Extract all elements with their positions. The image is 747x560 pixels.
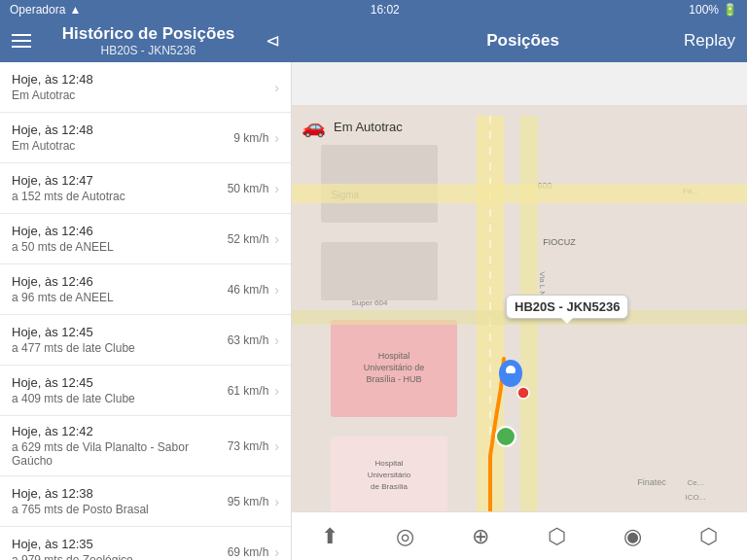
svg-text:Super 604: Super 604	[352, 298, 388, 307]
svg-text:Hospital: Hospital	[378, 351, 410, 361]
menu-button[interactable]	[12, 34, 31, 48]
map-notification: 🚗 Em Autotrac	[302, 115, 737, 138]
list-item-location: a 152 mts de Autotrac	[12, 190, 228, 203]
share-icon[interactable]: ⬆	[321, 524, 338, 549]
list-item-content: Hoje, às 12:47 a 152 mts de Autotrac	[12, 173, 228, 203]
list-item-location: a 50 mts de ANEEL	[12, 240, 228, 254]
battery-label: 100%	[689, 3, 719, 17]
add-icon[interactable]: ⊕	[472, 524, 489, 549]
list-item-right: 46 km/h ›	[228, 282, 279, 298]
map-type-icon[interactable]: ⬡	[548, 524, 566, 549]
list-item-location: Em Autotrac	[12, 88, 274, 102]
list-item-content: Hoje, às 12:35 a 979 mts de Zoológico	[12, 537, 228, 560]
chevron-right-icon: ›	[274, 438, 279, 454]
list-item[interactable]: Hoje, às 12:42 a 629 mts de Vila Planalt…	[0, 416, 291, 476]
svg-text:FIOCUZ: FIOCUZ	[543, 237, 576, 247]
map-background[interactable]: Hospital Universitário de Brasília - HUB…	[292, 105, 747, 560]
left-header: Histórico de Posições HB20S - JKN5236 ⊲	[0, 19, 292, 62]
chevron-right-icon: ›	[274, 282, 279, 298]
main-content: Hoje, às 12:48 Em Autotrac › Hoje, às 12…	[0, 62, 747, 560]
carrier-label: Operadora	[10, 3, 65, 17]
header-center: Histórico de Posições HB20S - JKN5236	[31, 24, 266, 57]
svg-point-32	[517, 387, 529, 399]
svg-text:ICO...: ICO...	[686, 493, 706, 502]
svg-text:Universitário: Universitário	[368, 471, 411, 479]
list-item-speed: 52 km/h	[228, 232, 269, 246]
list-item[interactable]: Hoje, às 12:46 a 96 mts de ANEEL 46 km/h…	[0, 264, 291, 315]
list-item-time: Hoje, às 12:48	[12, 72, 274, 87]
list-item-speed: 9 km/h	[233, 131, 268, 145]
list-item-content: Hoje, às 12:46 a 50 mts de ANEEL	[12, 224, 228, 254]
chevron-right-icon: ›	[274, 80, 279, 95]
list-item[interactable]: Hoje, às 12:48 Em Autotrac 9 km/h ›	[0, 113, 291, 163]
header-right: ⊲	[266, 30, 280, 52]
right-header: Posições Replay	[292, 19, 747, 62]
pin-icon[interactable]: ◉	[623, 524, 642, 549]
list-item[interactable]: Hoje, às 12:45 a 477 mts de late Clube 6…	[0, 315, 291, 366]
list-item-right: 9 km/h ›	[233, 130, 279, 146]
status-left: Operadora ▲	[10, 3, 81, 17]
right-panel: 🚗 Em Autotrac Hospital Universitário de …	[292, 62, 747, 560]
list-item-content: Hoje, às 12:45 a 477 mts de late Clube	[12, 325, 228, 355]
list-item-right: 61 km/h ›	[228, 383, 279, 399]
svg-rect-2	[321, 242, 438, 300]
location-icon[interactable]: ◎	[396, 524, 414, 549]
map-toolbar: ⬆ ◎ ⊕ ⬡ ◉ ⬡	[292, 511, 747, 560]
list-item-location: a 629 mts de Vila Planalto - Sabor Gaúch…	[12, 440, 228, 468]
svg-text:Brasília - HUB: Brasília - HUB	[366, 374, 421, 384]
list-item-location: a 765 mts de Posto Brasal	[12, 503, 228, 516]
left-panel: Hoje, às 12:48 Em Autotrac › Hoje, às 12…	[0, 62, 292, 560]
list-item[interactable]: Hoje, às 12:48 Em Autotrac ›	[0, 62, 291, 113]
export-icon[interactable]: ⬡	[699, 524, 718, 549]
map-svg: Hospital Universitário de Brasília - HUB…	[292, 105, 747, 560]
list-item-speed: 69 km/h	[228, 545, 269, 559]
list-item-content: Hoje, às 12:48 Em Autotrac	[12, 122, 233, 153]
list-item-content: Hoje, às 12:42 a 629 mts de Vila Planalt…	[12, 424, 228, 468]
status-right: 100% 🔋	[689, 3, 737, 17]
list-item-location: a 409 mts de late Clube	[12, 392, 228, 405]
notification-car-icon: 🚗	[302, 115, 326, 138]
filter-icon[interactable]: ⊲	[266, 30, 280, 52]
header-subtitle: HB20S - JKN5236	[31, 44, 266, 57]
map-header-title-container: Posições	[362, 31, 684, 51]
replay-button[interactable]: Replay	[684, 31, 735, 51]
map-title: Posições	[362, 31, 684, 51]
list-item-time: Hoje, às 12:46	[12, 224, 228, 238]
list-item-right: 52 km/h ›	[228, 231, 279, 247]
list-item-right: ›	[274, 80, 279, 95]
svg-text:de Brasília: de Brasília	[371, 482, 408, 491]
list-item[interactable]: Hoje, às 12:46 a 50 mts de ANEEL 52 km/h…	[0, 214, 291, 264]
list-item-time: Hoje, às 12:42	[12, 424, 228, 438]
list-item[interactable]: Hoje, às 12:45 a 409 mts de late Clube 6…	[0, 366, 291, 416]
list-item-location: a 979 mts de Zoológico	[12, 553, 228, 560]
chevron-right-icon: ›	[274, 181, 279, 196]
battery-icon: 🔋	[723, 3, 737, 17]
list-item-right: 73 km/h ›	[228, 438, 279, 454]
list-item-speed: 61 km/h	[228, 384, 269, 398]
list-item-content: Hoje, às 12:46 a 96 mts de ANEEL	[12, 274, 228, 304]
list-item-speed: 73 km/h	[228, 439, 269, 453]
svg-rect-24	[292, 184, 747, 203]
list-item-time: Hoje, às 12:48	[12, 122, 233, 137]
clock: 16:02	[371, 3, 400, 17]
chevron-right-icon: ›	[274, 231, 279, 247]
list-item-time: Hoje, às 12:45	[12, 325, 228, 339]
vehicle-label: HB20S - JKN5236	[506, 295, 628, 319]
status-bar: Operadora ▲ 16:02 100% 🔋	[0, 0, 747, 19]
svg-text:Finatec: Finatec	[637, 477, 666, 487]
svg-point-28	[496, 427, 516, 446]
list-item-location: a 96 mts de ANEEL	[12, 291, 228, 304]
svg-text:Hospital: Hospital	[375, 459, 404, 468]
list-item-right: 69 km/h ›	[228, 544, 279, 560]
list-item-speed: 63 km/h	[228, 333, 269, 347]
chevron-right-icon: ›	[274, 130, 279, 146]
list-item[interactable]: Hoje, às 12:47 a 152 mts de Autotrac 50 …	[0, 163, 291, 214]
list-item[interactable]: Hoje, às 12:38 a 765 mts de Posto Brasal…	[0, 476, 291, 527]
list-item[interactable]: Hoje, às 12:35 a 979 mts de Zoológico 69…	[0, 527, 291, 560]
svg-text:Ce...: Ce...	[688, 478, 704, 487]
list-item-time: Hoje, às 12:38	[12, 486, 228, 501]
list-item-content: Hoje, às 12:38 a 765 mts de Posto Brasal	[12, 486, 228, 516]
list-item-time: Hoje, às 12:35	[12, 537, 228, 551]
list-item-speed: 50 km/h	[228, 182, 269, 195]
list-item-time: Hoje, às 12:46	[12, 274, 228, 289]
